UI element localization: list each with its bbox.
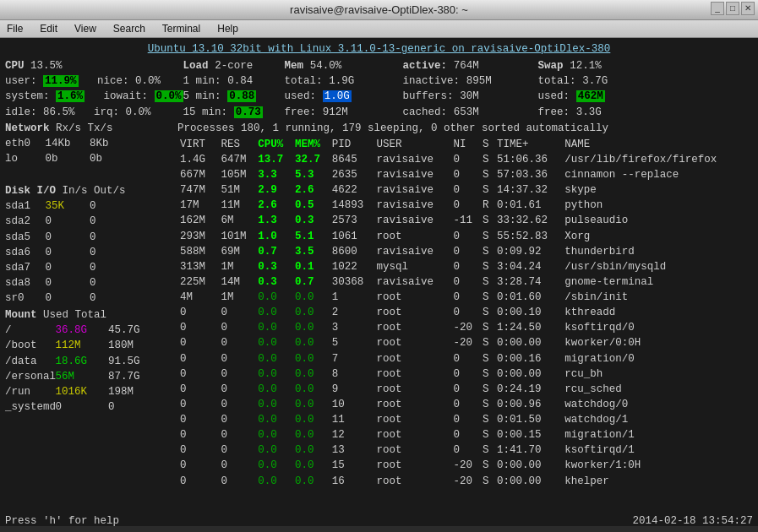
cpu-iowait-val: 0.0%	[155, 90, 183, 102]
table-row: 0 0 0.0 0.0 11 root 0 S 0:01.50 watchdog…	[177, 412, 753, 427]
load-1min-label: 1 min:	[183, 75, 221, 87]
mount-systemd: _systemd 0 0	[5, 399, 174, 415]
sda2-name: sda2	[5, 214, 39, 229]
menu-view[interactable]: View	[71, 22, 100, 35]
mount-total-label: Total	[75, 309, 107, 321]
swap-pct: 12.1%	[570, 60, 602, 72]
table-row: 0 0 0.0 0.0 12 root 0 S 0:00.15 migratio…	[177, 427, 753, 442]
mount-systemd-used: 0	[56, 399, 102, 415]
left-panel: Network Rx/s Tx/s eth0 14Kb 8Kb lo 0b 0b	[5, 121, 174, 489]
disk-sda8: sda8 0 0	[5, 275, 174, 290]
load-5min-label: 5 min:	[183, 90, 221, 102]
sr0-out: 0	[90, 292, 96, 304]
table-row: 0 0 0.0 0.0 13 root 0 S 1:41.70 ksoftirq…	[177, 442, 753, 458]
disk-ins-label: In/s	[63, 185, 88, 197]
table-row: 0 0 0.0 0.0 8 root 0 S 0:00.00 rcu_bh	[177, 366, 753, 382]
mount-run-name: /run	[5, 384, 49, 399]
mount-label: Mount	[5, 309, 37, 321]
mount-root: / 36.8G 45.7G	[5, 323, 174, 338]
maximize-button[interactable]: □	[726, 2, 739, 15]
table-row: 1.4G 647M 13.7 32.7 8645 ravisaive 0 S 5…	[177, 152, 753, 167]
disk-sda5: sda5 0 0	[5, 230, 174, 245]
sda8-out: 0	[90, 277, 96, 289]
menu-search[interactable]: Search	[110, 22, 149, 35]
terminal-area: Ubuntu 13.10 32bit with Linux 3.11.0-13-…	[0, 38, 758, 526]
blank-row	[5, 168, 174, 183]
table-row: 162M 6M 1.3 0.3 2573 ravisaive -11 S 33:…	[177, 213, 753, 228]
menu-terminal[interactable]: Terminal	[159, 22, 204, 35]
disk-sda2: sda2 0 0	[5, 214, 174, 229]
mem-label: Mem	[285, 60, 304, 72]
cpu-label: CPU	[5, 60, 25, 72]
mem-free: 912M	[323, 106, 348, 118]
mount-personal-name: /ersonal	[5, 369, 49, 384]
mount-data-used: 18.6G	[56, 354, 102, 369]
processes-section: Processes 180, 1 running, 179 sleeping, …	[174, 121, 753, 489]
sda7-in: 0	[46, 260, 84, 275]
mount-run: /run 1016K 198M	[5, 384, 174, 399]
close-button[interactable]: ✕	[741, 2, 755, 15]
lo-rx: 0b	[46, 151, 84, 166]
table-row: 313M 1M 0.3 0.1 1022 mysql 0 S 3:04.24 /…	[177, 259, 753, 274]
cpu-user-val: 11.9%	[43, 75, 79, 87]
cpu-section: CPU 13.5% user: 11.9% nice: 0.0% system:…	[5, 58, 183, 120]
swap-used-label: used:	[538, 90, 570, 102]
col-name: NAME	[562, 137, 753, 152]
table-row: 0 0 0.0 0.0 3 root -20 S 1:24.50 ksoftir…	[177, 320, 753, 335]
mem-total-label: total:	[285, 75, 323, 87]
window-controls[interactable]: _ □ ✕	[711, 2, 755, 15]
mount-systemd-name: _systemd	[5, 399, 49, 415]
process-rows: 1.4G 647M 13.7 32.7 8645 ravisaive 0 S 5…	[177, 152, 753, 489]
cpu-irq-val: 0.0%	[126, 106, 151, 118]
menu-help[interactable]: Help	[214, 22, 242, 35]
active-val: 764M	[454, 60, 479, 72]
mount-data-name: /data	[5, 354, 49, 369]
cpu-idle-val: 86.5%	[43, 106, 75, 118]
disk-section: Disk I/O In/s Out/s sda1 35K 0 sda2 0 0 …	[5, 183, 174, 306]
mount-section: Mount Used Total / 36.8G 45.7G /boot 112…	[5, 307, 174, 415]
table-row: 667M 105M 3.3 5.3 2635 ravisaive 0 S 57:…	[177, 167, 753, 182]
mount-personal-total: 87.7G	[108, 371, 140, 383]
col-user: USER	[374, 137, 450, 152]
disk-outs-label: Out/s	[94, 185, 126, 197]
minimize-button[interactable]: _	[711, 2, 724, 15]
process-table-header: VIRT RES CPU% MEM% PID USER NI S TIME+ N…	[177, 137, 753, 152]
cpu-system-label: system:	[5, 90, 50, 102]
col-res: RES	[219, 137, 256, 152]
mount-data: /data 18.6G 91.5G	[5, 354, 174, 369]
sr0-name: sr0	[5, 290, 39, 306]
lo-tx: 0b	[90, 153, 102, 165]
mem-used-label: used:	[285, 90, 317, 102]
menu-file[interactable]: File	[3, 22, 26, 35]
mount-boot-name: /boot	[5, 338, 49, 353]
system-info-line: Ubuntu 13.10 32bit with Linux 3.11.0-13-…	[5, 41, 753, 57]
mem-free-label: free:	[285, 106, 317, 118]
network-label: Network	[5, 122, 50, 134]
disk-label: Disk I/O	[5, 185, 56, 197]
cached-label: cached:	[403, 106, 448, 118]
cpu-user-label: user:	[5, 75, 37, 87]
sda5-out: 0	[90, 231, 96, 243]
window-title: ravisaive@ravisaive-OptiDlex-380: ~	[290, 3, 468, 16]
sda1-in: 35K	[46, 198, 84, 214]
stats-section: CPU 13.5% user: 11.9% nice: 0.0% system:…	[5, 58, 753, 120]
load-5min: 0.88	[227, 90, 256, 102]
table-row: 4M 1M 0.0 0.0 1 root 0 S 0:01.60 /sbin/i…	[177, 290, 753, 305]
active-section: active: 764M inactive: 895M buffers: 30M…	[403, 58, 538, 120]
mount-data-total: 91.5G	[108, 356, 140, 367]
network-rxs-label: Rx/s	[56, 122, 81, 134]
eth0-rx: 14Kb	[46, 136, 84, 151]
cpu-iowait-label: iowait:	[104, 90, 149, 102]
table-row: 293M 101M 1.0 5.1 1061 root 0 S 55:52.83…	[177, 229, 753, 244]
mount-boot-total: 180M	[108, 339, 134, 351]
sda2-in: 0	[46, 214, 84, 229]
mount-used-label: Used	[43, 309, 68, 321]
process-table: VIRT RES CPU% MEM% PID USER NI S TIME+ N…	[177, 137, 753, 489]
help-text: Press 'h' for help	[5, 513, 119, 526]
mem-section: Mem 54.0% total: 1.9G used: 1.0G free: 9…	[285, 58, 403, 120]
sda6-in: 0	[46, 245, 84, 260]
table-row: 588M 69M 0.7 3.5 8600 ravisaive 0 S 0:09…	[177, 244, 753, 259]
table-row: 0 0 0.0 0.0 5 root -20 S 0:00.00 kworker…	[177, 335, 753, 350]
menu-edit[interactable]: Edit	[36, 22, 61, 35]
load-1min: 0.84	[227, 75, 253, 87]
